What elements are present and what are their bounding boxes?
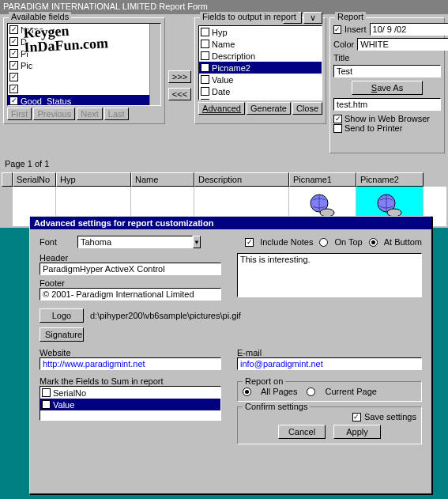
col-hyp[interactable]: Hyp: [56, 172, 131, 187]
checkbox[interactable]: [9, 37, 18, 46]
list-item[interactable]: Pic: [8, 59, 160, 71]
checkbox[interactable]: [9, 85, 18, 93]
list-item[interactable]: Name: [199, 38, 322, 50]
current-page-radio[interactable]: [307, 387, 315, 396]
checkbox[interactable]: [42, 388, 51, 397]
logo-button[interactable]: Logo: [40, 308, 84, 323]
last-button[interactable]: Last: [104, 108, 129, 120]
checkbox[interactable]: [9, 25, 18, 34]
all-pages-label: All Pages: [261, 387, 297, 396]
title-input[interactable]: [333, 65, 441, 77]
available-fields-list[interactable]: NameDPiPicGood_Status: [7, 23, 161, 106]
list-item[interactable]: Date: [199, 85, 322, 97]
add-button[interactable]: >>>: [168, 70, 191, 83]
col-name[interactable]: Name: [131, 172, 194, 187]
first-button[interactable]: First: [7, 108, 32, 120]
checkbox[interactable]: [201, 51, 209, 60]
list-item[interactable]: Name: [8, 24, 160, 36]
checkbox[interactable]: [201, 40, 209, 48]
color-dropdown[interactable]: ▼: [357, 38, 448, 51]
list-item[interactable]: Good_Status: [199, 97, 322, 100]
checkbox[interactable]: [9, 61, 18, 70]
cancel-button[interactable]: Cancel: [278, 425, 326, 439]
font-dropdown[interactable]: ▼: [77, 236, 188, 248]
current-page-label: Current Page: [325, 387, 376, 396]
font-input[interactable]: [77, 236, 193, 248]
date-dropdown[interactable]: ▼: [370, 23, 448, 36]
email-input[interactable]: [237, 357, 422, 370]
output-fields-list[interactable]: HypNameDescriptionPicname2ValueDateGood_…: [198, 25, 322, 100]
col-picname1[interactable]: Picname1: [289, 172, 356, 187]
next-button[interactable]: Next: [77, 108, 103, 120]
transfer-buttons: >>> <<<: [168, 17, 191, 153]
list-item[interactable]: [8, 83, 160, 95]
header-input[interactable]: [40, 263, 221, 275]
previous-button[interactable]: Previous: [33, 108, 75, 120]
checkbox[interactable]: [201, 99, 209, 100]
remove-button[interactable]: <<<: [168, 88, 191, 100]
list-item[interactable]: SerialNo: [40, 387, 220, 399]
list-item[interactable]: Good_Status: [8, 95, 160, 106]
checkbox[interactable]: [201, 63, 209, 72]
checkbox[interactable]: [201, 28, 209, 36]
col-description[interactable]: Description: [194, 172, 289, 187]
on-top-radio[interactable]: [319, 238, 328, 247]
date-input[interactable]: [370, 23, 448, 36]
dialog-title: Advanced settings for report customizati…: [30, 217, 431, 229]
include-notes-checkbox[interactable]: [245, 238, 254, 247]
report-on-legend: Report on: [243, 376, 285, 386]
filename-input[interactable]: [333, 98, 441, 111]
list-item-label: Picname2: [212, 63, 250, 73]
report-legend: Report: [335, 12, 366, 21]
apply-button[interactable]: Apply: [333, 425, 381, 439]
list-item[interactable]: Description: [199, 50, 322, 62]
all-pages-radio[interactable]: [243, 387, 251, 396]
at-bottom-label: At Buttom: [384, 237, 422, 247]
list-item[interactable]: Pi: [8, 47, 160, 59]
generate-button[interactable]: Generate: [247, 102, 291, 115]
col-serialno[interactable]: SerialNo: [13, 172, 56, 187]
row-selector[interactable]: [2, 172, 13, 187]
footer-label: Footer: [40, 278, 221, 288]
list-item-label: Good_Status: [212, 99, 262, 101]
checkbox[interactable]: [201, 75, 209, 84]
list-item[interactable]: [8, 71, 160, 83]
insert-label: Insert: [344, 25, 367, 34]
checkbox[interactable]: [201, 87, 209, 96]
advanced-button[interactable]: Advanced: [198, 102, 245, 115]
list-item-label: Good_Status: [21, 96, 71, 106]
signature-button[interactable]: Signature: [40, 327, 84, 342]
list-item[interactable]: Picname2: [199, 62, 322, 74]
report-group: Report Insert ▼ Color ▼ Title: [329, 17, 445, 153]
list-item[interactable]: D: [8, 36, 160, 47]
footer-input[interactable]: [40, 288, 221, 301]
list-item-label: Description: [212, 51, 255, 61]
list-item[interactable]: Hyp: [199, 26, 322, 38]
list-item-label: Hyp: [212, 28, 228, 37]
at-bottom-radio[interactable]: [369, 238, 378, 247]
main-panel: Available fields NameDPiPicGood_Status F…: [0, 14, 448, 157]
list-item[interactable]: Value: [40, 399, 220, 410]
checkbox[interactable]: [9, 73, 18, 81]
send-printer-checkbox[interactable]: [333, 124, 342, 133]
close-button[interactable]: Close: [292, 102, 322, 115]
sum-fields-list[interactable]: SerialNoValue: [40, 386, 221, 421]
save-as-button[interactable]: SSave Asave As: [352, 81, 423, 95]
scrollbar-vertical[interactable]: [149, 24, 160, 105]
color-input[interactable]: [357, 38, 448, 51]
move-down-button[interactable]: ∨: [303, 12, 322, 24]
font-label: Font: [40, 237, 71, 247]
col-picname2[interactable]: Picname2: [356, 172, 424, 187]
checkbox[interactable]: [9, 49, 18, 58]
checkbox[interactable]: [9, 96, 18, 105]
notes-textarea[interactable]: [237, 253, 422, 297]
show-browser-checkbox[interactable]: [333, 115, 342, 123]
list-item[interactable]: Value: [199, 74, 322, 85]
website-input[interactable]: [40, 357, 221, 370]
confirm-settings-group: Confirm settings Save settings Cancel Ap…: [237, 406, 422, 444]
page-indicator: Page 1 of 1: [0, 157, 448, 171]
checkbox[interactable]: [42, 400, 51, 409]
insert-checkbox[interactable]: [333, 25, 341, 34]
save-settings-checkbox[interactable]: [352, 413, 361, 422]
chevron-down-icon[interactable]: ▼: [193, 236, 201, 248]
